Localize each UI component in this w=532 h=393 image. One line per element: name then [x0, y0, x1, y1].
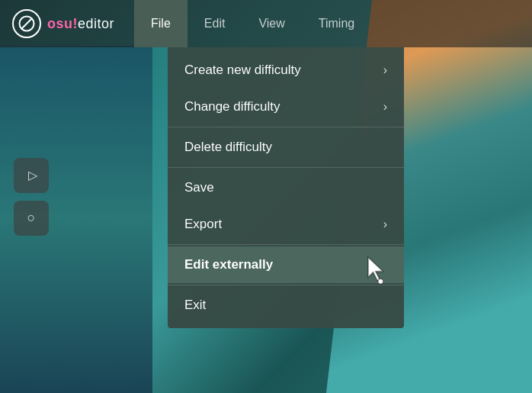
svg-marker-2 [368, 257, 383, 280]
nav-item-view[interactable]: View [242, 0, 301, 47]
menu-label-save: Save [184, 180, 214, 195]
logo-icon [12, 9, 41, 38]
nav-label-file: File [151, 17, 171, 31]
menu-item-export[interactable]: Export › [168, 206, 404, 243]
separator-4 [168, 285, 404, 285]
menu-label-change-difficulty: Change difficulty [184, 99, 280, 114]
menu-label-exit: Exit [184, 298, 206, 313]
menu-label-create-new-difficulty: Create new difficulty [184, 63, 301, 78]
menu-item-delete-difficulty[interactable]: Delete difficulty [168, 129, 404, 166]
menu-label-export: Export [184, 217, 222, 232]
chevron-right-icon: › [383, 63, 387, 77]
circle-button[interactable]: ○ [14, 201, 49, 236]
cursor-icon [364, 256, 390, 285]
circle-icon: ○ [27, 210, 36, 226]
separator-1 [168, 127, 404, 127]
menu-item-edit-externally[interactable]: Edit externally [168, 246, 404, 283]
nav-label-timing: Timing [319, 17, 354, 31]
play-icon: ▷ [28, 168, 37, 182]
menu-label-edit-externally: Edit externally [184, 257, 273, 272]
nav-item-file[interactable]: File [134, 0, 187, 47]
chevron-right-icon-3: › [383, 217, 387, 231]
side-controls: ▷ ○ [14, 158, 49, 236]
logo-area: osu!editor [0, 9, 127, 38]
svg-point-3 [378, 279, 383, 284]
menu-item-create-new-difficulty[interactable]: Create new difficulty › [168, 52, 404, 89]
navbar: osu!editor File Edit View Timing [0, 0, 532, 47]
menu-item-exit[interactable]: Exit [168, 287, 404, 324]
menu-item-save[interactable]: Save [168, 169, 404, 206]
separator-3 [168, 244, 404, 245]
menu-item-change-difficulty[interactable]: Change difficulty › [168, 89, 404, 125]
logo-editor: editor [78, 16, 114, 31]
nav-label-view: View [258, 17, 284, 31]
nav-items: File Edit View Timing [134, 0, 371, 47]
svg-line-1 [21, 18, 32, 29]
separator-2 [168, 167, 404, 168]
nav-item-timing[interactable]: Timing [302, 0, 371, 47]
nav-item-edit[interactable]: Edit [187, 0, 242, 47]
menu-label-delete-difficulty: Delete difficulty [184, 140, 272, 155]
logo-osu: osu! [47, 16, 78, 31]
nav-label-edit: Edit [204, 17, 226, 31]
play-button[interactable]: ▷ [14, 158, 49, 193]
chevron-right-icon-2: › [383, 100, 387, 114]
app-title: osu!editor [47, 16, 114, 32]
file-dropdown-menu: Create new difficulty › Change difficult… [168, 47, 404, 328]
